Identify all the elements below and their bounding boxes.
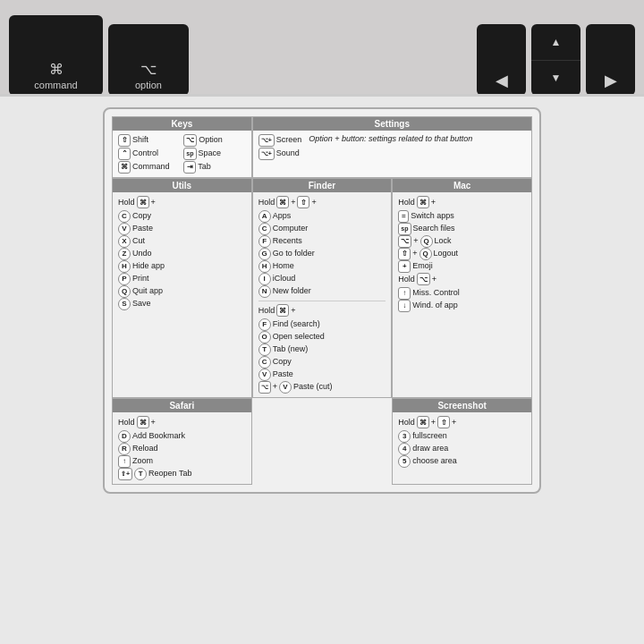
- finder-copy-label: Copy: [273, 356, 292, 369]
- shift-mac-key: ⇧: [398, 248, 411, 260]
- bookmark-label: Add Bookmark: [132, 430, 185, 443]
- control-key-icon: ⌃: [118, 148, 131, 160]
- utils-print: P Print: [118, 273, 246, 285]
- arrow-left-icon: ◀: [496, 71, 508, 90]
- t-key: T: [258, 343, 271, 356]
- settings-content: ⌥+ Screen ⌥+ Sound Option + button: sett…: [258, 134, 526, 160]
- v-finder-key: V: [258, 369, 271, 381]
- finder-apps: A Apps: [258, 210, 386, 223]
- finder-paste-label: Paste: [273, 369, 293, 381]
- option-icon: ⌥: [140, 61, 157, 78]
- utils-hideapp: H Hide app: [118, 260, 246, 273]
- finder-pastecut: ⌥ +V Paste (cut): [258, 381, 386, 394]
- section-mac: Mac Hold ⌘+ = Switch apps sp Search file…: [392, 178, 532, 398]
- logout-label: Logout: [434, 248, 459, 260]
- newfolder-label: New folder: [273, 285, 311, 298]
- cmd-icon: ⌘: [137, 196, 149, 208]
- computer-label: Computer: [273, 223, 309, 235]
- 3-key: 3: [398, 430, 411, 443]
- p-key: P: [118, 273, 131, 285]
- option-key-icon: ⌥: [183, 134, 197, 147]
- ss-drawarea: 4 draw area: [398, 443, 526, 455]
- finder-find: F Find (search): [258, 318, 386, 331]
- option-label: Option: [199, 134, 223, 147]
- shift-key-icon: ⇧: [118, 134, 131, 147]
- settings-sound: ⌥+ Sound: [258, 148, 302, 160]
- screen-label: Screen: [276, 134, 302, 147]
- c-finder2-key: C: [258, 356, 271, 369]
- print-label: Print: [132, 273, 149, 285]
- finder-gotofolder: G Go to folder: [258, 248, 386, 260]
- control-label: Control: [132, 148, 158, 160]
- finder-newtab: T Tab (new): [258, 343, 386, 356]
- up-mac-key: ↑: [398, 287, 411, 300]
- recents-label: Recents: [273, 235, 302, 248]
- safari-reopentab: ⇧+ T Reopen Tab: [118, 468, 246, 480]
- finder-hold2: Hold ⌘+: [258, 304, 386, 317]
- d-key: D: [118, 430, 131, 443]
- key-option: ⌥ Option: [183, 134, 245, 147]
- key-control: ⌃ Control: [118, 148, 180, 160]
- paste-label: Paste: [132, 223, 153, 235]
- tab-label: Tab: [198, 161, 211, 174]
- mac-hold2: Hold ⌥+: [398, 273, 526, 285]
- space-label: Space: [199, 148, 222, 160]
- mac-logout: ⇧ +Q Logout: [398, 248, 526, 260]
- c-key: C: [118, 210, 131, 223]
- apps-label: Apps: [273, 210, 292, 223]
- newtab-label: Tab (new): [273, 343, 309, 356]
- option-label: option: [135, 80, 162, 90]
- r-key: R: [118, 443, 131, 455]
- section-utils: Utils Hold ⌘+ C Copy V Paste X Cut Z Und…: [112, 178, 252, 398]
- screenshot-hold: Hold ⌘+⇧+: [398, 416, 526, 428]
- emoji-label: Emoji: [412, 260, 433, 273]
- i-key: I: [258, 273, 271, 285]
- command-label2: Command: [132, 161, 170, 174]
- n-key: N: [258, 285, 271, 298]
- finder-newfolder: N New folder: [258, 285, 386, 298]
- reopentab-label: Reopen Tab: [148, 468, 191, 480]
- 4-key: 4: [398, 443, 411, 455]
- settings-screen: ⌥+ Screen: [258, 134, 302, 147]
- down-mac-key: ↓: [398, 300, 411, 312]
- s-key: S: [118, 298, 131, 310]
- cmd-ss-icon: ⌘: [417, 416, 429, 428]
- cmd-mac-icon: ⌘: [417, 196, 429, 208]
- o-key: O: [258, 331, 271, 343]
- safari-zoom: ↑ Zoom: [118, 455, 246, 468]
- c-finder-key: C: [258, 223, 271, 235]
- mac-switchapps: = Switch apps: [398, 210, 526, 223]
- zoom-label: Zoom: [132, 455, 153, 468]
- safari-reload: R Reload: [118, 443, 246, 455]
- command-key-icon: ⌘: [118, 161, 131, 174]
- eq-key: =: [398, 210, 409, 223]
- t-safari-key: T: [134, 468, 147, 480]
- option-key: ⌥ option: [108, 24, 189, 96]
- settings-title: Settings: [253, 117, 531, 131]
- sound-label: Sound: [276, 148, 300, 160]
- finder-home: H Home: [258, 260, 386, 273]
- windofapp-label: Wind. of app: [412, 300, 458, 312]
- arrow-left-key: ◀: [477, 24, 526, 96]
- fullscreen-label: fullscreen: [412, 430, 447, 443]
- option-screen-icon: ⌥+: [258, 134, 275, 147]
- copy-label: Copy: [132, 210, 151, 223]
- cmd-finder-icon: ⌘: [276, 196, 289, 208]
- finder-computer: C Computer: [258, 223, 386, 235]
- section-safari: Safari Hold ⌘+ D Add Bookmark R Reload ↑…: [112, 398, 252, 485]
- shift-finder-icon: ⇧: [297, 196, 309, 208]
- key-shift: ⇧ Shift: [118, 134, 180, 147]
- up-safari-key: ↑: [118, 455, 131, 468]
- command-label: command: [34, 80, 77, 90]
- finder-recents: F Recents: [258, 235, 386, 248]
- section-screenshot: Screenshot Hold ⌘+⇧+ 3 fullscreen 4 draw…: [392, 398, 532, 485]
- searchfiles-label: Search files: [413, 223, 455, 235]
- g-key: G: [258, 248, 271, 260]
- find-label: Find (search): [273, 318, 320, 331]
- section-finder: Finder Hold ⌘+⇧+ A Apps C Computer F Rec…: [252, 178, 393, 398]
- mac-misscontrol: ↑ Miss. Control: [398, 287, 526, 300]
- tab-key-icon: ⇥: [183, 161, 196, 174]
- misscontrol-label: Miss. Control: [412, 287, 460, 300]
- space-key-icon: sp: [183, 148, 196, 160]
- x-key: X: [118, 235, 131, 248]
